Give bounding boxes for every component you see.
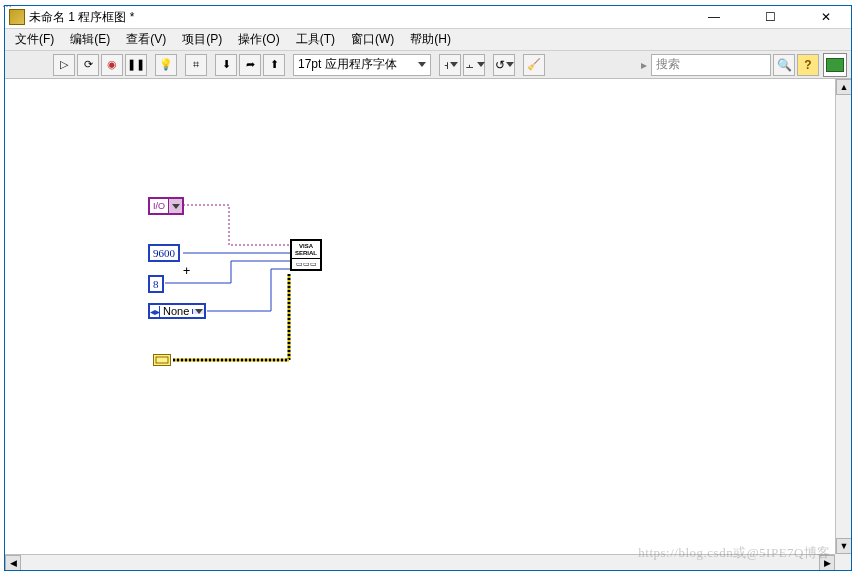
step-into-icon: ⬇ — [222, 58, 231, 71]
search-area: ▸ 搜索 🔍 ? — [639, 53, 847, 77]
visa-serial-label: VISA SERIAL — [292, 241, 320, 259]
chevron-down-icon — [477, 62, 485, 67]
client-area: I/O 9600 8 ◂▸ None VISA SERIAL — [5, 79, 851, 570]
step-over-icon: ➦ — [246, 58, 255, 71]
titlebar[interactable]: 未命名 1 程序框图 * — ☐ ✕ — [5, 6, 851, 29]
minimize-button[interactable]: — — [693, 7, 735, 27]
bulb-icon: 💡 — [159, 58, 173, 71]
window-title: 未命名 1 程序框图 * — [29, 9, 693, 26]
app-icon — [9, 9, 25, 25]
menu-edit[interactable]: 编辑(E) — [66, 29, 114, 50]
background-tab-fragment: … — [2, 0, 12, 9]
menu-view[interactable]: 查看(V) — [122, 29, 170, 50]
window-controls: — ☐ ✕ — [693, 7, 847, 27]
menu-tools[interactable]: 工具(T) — [292, 29, 339, 50]
highlight-exec-button[interactable]: 💡 — [155, 54, 177, 76]
step-out-icon: ⬆ — [270, 58, 279, 71]
visa-serial-connector-icon: ▭▭▭ — [292, 259, 320, 269]
search-input[interactable]: 搜索 — [651, 54, 771, 76]
retain-values-button[interactable]: ⌗ — [185, 54, 207, 76]
search-button[interactable]: 🔍 — [773, 54, 795, 76]
chevron-down-icon — [418, 62, 426, 67]
maximize-button[interactable]: ☐ — [749, 7, 791, 27]
reorder-icon: ↺ — [495, 58, 505, 72]
run-continuously-button[interactable]: ⟳ — [77, 54, 99, 76]
scroll-left-button[interactable]: ◀ — [5, 555, 21, 571]
step-over-button[interactable]: ➦ — [239, 54, 261, 76]
chevron-down-icon — [506, 62, 514, 67]
menu-file[interactable]: 文件(F) — [11, 29, 58, 50]
chevron-down-icon — [450, 62, 458, 67]
cleanup-icon: 🧹 — [527, 58, 541, 71]
distribute-icon: ⫠ — [464, 58, 476, 72]
block-diagram-canvas[interactable]: I/O 9600 8 ◂▸ None VISA SERIAL — [5, 79, 835, 554]
search-sep-icon: ▸ — [639, 54, 649, 76]
parity-ring[interactable]: ◂▸ None — [148, 303, 206, 319]
scroll-v-track[interactable] — [836, 95, 851, 538]
visa-configure-serial-port-vi[interactable]: VISA SERIAL ▭▭▭ — [290, 239, 322, 271]
vertical-scrollbar[interactable]: ▲ ▼ — [835, 79, 851, 554]
vi-icon-preview[interactable] — [823, 53, 847, 77]
font-label: 17pt 应用程序字体 — [298, 56, 397, 73]
chevron-down-icon — [168, 199, 182, 213]
search-icon: 🔍 — [777, 58, 792, 72]
toolbar: ▷ ⟳ ◉ ❚❚ 💡 ⌗ ⬇ ➦ ⬆ 17pt 应用程序字体 ⫞ ⫠ ↺ 🧹 ▸… — [5, 51, 851, 79]
visa-resource-label: I/O — [150, 199, 168, 213]
wiring-cursor: + — [183, 264, 190, 278]
close-button[interactable]: ✕ — [805, 7, 847, 27]
ring-increment-icon: ◂▸ — [150, 306, 160, 317]
menu-project[interactable]: 项目(P) — [178, 29, 226, 50]
scroll-down-button[interactable]: ▼ — [836, 538, 851, 554]
data-bits-constant[interactable]: 8 — [148, 275, 164, 293]
step-into-button[interactable]: ⬇ — [215, 54, 237, 76]
abort-icon: ◉ — [107, 58, 117, 71]
application-window: 未命名 1 程序框图 * — ☐ ✕ 文件(F) 编辑(E) 查看(V) 项目(… — [4, 5, 852, 571]
reorder-button[interactable]: ↺ — [493, 54, 515, 76]
error-cluster-icon — [155, 356, 169, 364]
pause-button[interactable]: ❚❚ — [125, 54, 147, 76]
pause-icon: ❚❚ — [127, 58, 145, 71]
font-selector[interactable]: 17pt 应用程序字体 — [293, 54, 431, 76]
run-button[interactable]: ▷ — [53, 54, 75, 76]
step-out-button[interactable]: ⬆ — [263, 54, 285, 76]
run-cont-icon: ⟳ — [84, 58, 93, 71]
align-icon: ⫞ — [443, 58, 449, 72]
error-in-constant[interactable] — [153, 354, 171, 366]
svg-rect-0 — [156, 357, 168, 363]
menu-operate[interactable]: 操作(O) — [234, 29, 283, 50]
context-help-button[interactable]: ? — [797, 54, 819, 76]
scroll-up-button[interactable]: ▲ — [836, 79, 851, 95]
baud-rate-constant[interactable]: 9600 — [148, 244, 180, 262]
horizontal-scrollbar[interactable]: ◀ ▶ — [5, 554, 835, 570]
cleanup-diagram-button[interactable]: 🧹 — [523, 54, 545, 76]
chevron-down-icon — [192, 309, 204, 314]
visa-resource-control[interactable]: I/O — [148, 197, 184, 215]
menu-help[interactable]: 帮助(H) — [406, 29, 455, 50]
menubar: 文件(F) 编辑(E) 查看(V) 项目(P) 操作(O) 工具(T) 窗口(W… — [5, 29, 851, 51]
retain-icon: ⌗ — [193, 58, 199, 71]
parity-value: None — [160, 305, 192, 317]
menu-window[interactable]: 窗口(W) — [347, 29, 398, 50]
help-icon: ? — [804, 58, 811, 72]
distribute-button[interactable]: ⫠ — [463, 54, 485, 76]
wires-layer — [5, 79, 841, 549]
scroll-corner — [835, 554, 851, 570]
abort-button[interactable]: ◉ — [101, 54, 123, 76]
align-button[interactable]: ⫞ — [439, 54, 461, 76]
vi-icon — [826, 58, 844, 72]
run-arrow-icon: ▷ — [60, 58, 68, 71]
scroll-right-button[interactable]: ▶ — [819, 555, 835, 571]
